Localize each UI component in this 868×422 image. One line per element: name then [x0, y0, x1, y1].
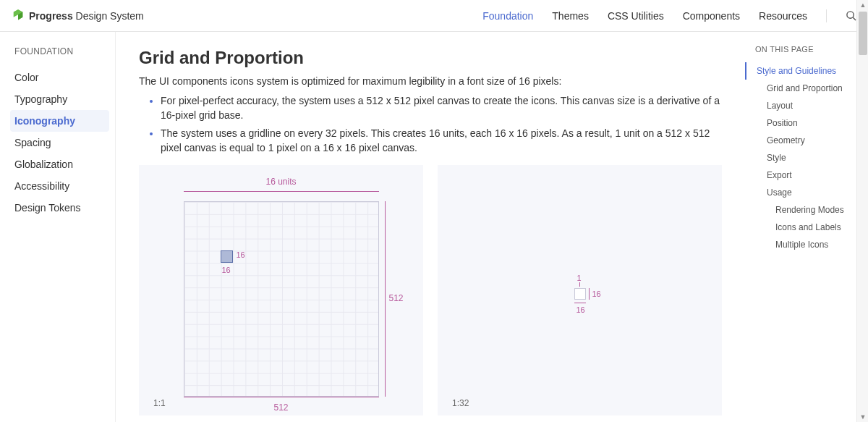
- one-label: 1: [577, 274, 582, 282]
- search-icon[interactable]: [846, 10, 856, 21]
- nav-css-utilities[interactable]: CSS Utilities: [608, 10, 664, 22]
- rp-list: Style and Guidelines Grid and Proportion…: [745, 62, 861, 253]
- scrollbar-thumb[interactable]: [859, 12, 867, 55]
- divider: [826, 9, 827, 22]
- rp-grid-and-proportion[interactable]: Grid and Proportion: [746, 80, 861, 97]
- grid-canvas: 16 16: [184, 201, 379, 397]
- bullet-1: For pixel-perfect accuracy, the system u…: [161, 94, 722, 122]
- svg-point-0: [847, 12, 854, 18]
- rp-usage[interactable]: Usage: [746, 184, 861, 201]
- figure-512-grid: 16 units 16 16 512 512 1:1: [139, 165, 423, 415]
- top-ruler: [184, 188, 379, 195]
- rp-style[interactable]: Style: [746, 149, 861, 166]
- rp-icons-and-labels[interactable]: Icons and Labels: [746, 219, 861, 236]
- rp-geometry[interactable]: Geometry: [746, 132, 861, 149]
- highlighted-cell: [221, 250, 233, 263]
- one-tick: [579, 282, 580, 287]
- nav-resources[interactable]: Resources: [759, 10, 807, 22]
- bullet-2: The system uses a gridline on every 32 p…: [161, 127, 722, 155]
- dim-512-bottom: 512: [184, 402, 379, 413]
- rp-export[interactable]: Export: [746, 166, 861, 184]
- rp-rendering-modes[interactable]: Rendering Modes: [746, 201, 861, 219]
- intro-text: The UI components icons system is optimi…: [139, 75, 722, 87]
- nav-themes[interactable]: Themes: [552, 10, 589, 22]
- sidebar-item-color[interactable]: Color: [14, 67, 109, 88]
- sidebar-item-globalization[interactable]: Globalization: [14, 153, 109, 175]
- sidebar-item-design-tokens[interactable]: Design Tokens: [14, 197, 109, 219]
- sidebar-item-iconography[interactable]: Iconography: [10, 110, 109, 132]
- progress-logo-icon: [12, 9, 25, 22]
- sidebar-title: FOUNDATION: [14, 46, 115, 56]
- rp-layout[interactable]: Layout: [746, 97, 861, 114]
- nav-foundation[interactable]: Foundation: [482, 10, 533, 22]
- page-title: Grid and Proportion: [139, 48, 722, 68]
- rp-position[interactable]: Position: [746, 114, 861, 132]
- nav-components[interactable]: Components: [683, 10, 740, 22]
- units-label: 16 units: [184, 177, 379, 187]
- figure-row: 16 units 16 16 512 512 1:1 1: [139, 165, 722, 415]
- scroll-up-icon[interactable]: ▲: [859, 1, 867, 9]
- top-nav: Foundation Themes CSS Utilities Componen…: [482, 9, 856, 22]
- bullet-list: For pixel-perfect accuracy, the system u…: [139, 94, 722, 155]
- rp-multiple-icons[interactable]: Multiple Icons: [746, 236, 861, 253]
- small-dim-bottom: 16: [576, 305, 585, 314]
- cell-dim-right: 16: [237, 250, 245, 259]
- sidebar-item-spacing[interactable]: Spacing: [14, 132, 109, 153]
- sidebar-item-typography[interactable]: Typography: [14, 88, 109, 110]
- cell-dim-bottom: 16: [222, 266, 231, 274]
- scroll-down-icon[interactable]: ▼: [859, 413, 867, 421]
- logo-text: Progress Design System: [29, 10, 144, 22]
- small-dim-right: 16: [592, 290, 601, 298]
- figure-16-cell: 1 16 16 1:32: [438, 165, 722, 415]
- small-bottom-ruler: [574, 303, 586, 303]
- rp-style-and-guidelines[interactable]: Style and Guidelines: [745, 62, 861, 80]
- scrollbar[interactable]: ▲ ▼: [856, 0, 868, 422]
- main-content: Grid and Proportion The UI components ic…: [116, 32, 745, 422]
- single-pixel-cell: [574, 288, 586, 300]
- right-ruler: [382, 201, 389, 397]
- logo[interactable]: Progress Design System: [12, 9, 144, 22]
- sidebar: FOUNDATION Color Typography Iconography …: [0, 32, 116, 422]
- rp-title: ON THIS PAGE: [745, 45, 861, 54]
- ratio-1-32: 1:32: [452, 398, 707, 408]
- small-right-ruler: [589, 288, 590, 300]
- header: Progress Design System Foundation Themes…: [0, 0, 868, 32]
- on-this-page: ON THIS PAGE Style and Guidelines Grid a…: [745, 32, 868, 422]
- bottom-ruler: [184, 394, 379, 401]
- sidebar-item-accessibility[interactable]: Accessibility: [14, 175, 109, 197]
- dim-512-right: 512: [388, 293, 403, 303]
- svg-line-1: [853, 17, 856, 20]
